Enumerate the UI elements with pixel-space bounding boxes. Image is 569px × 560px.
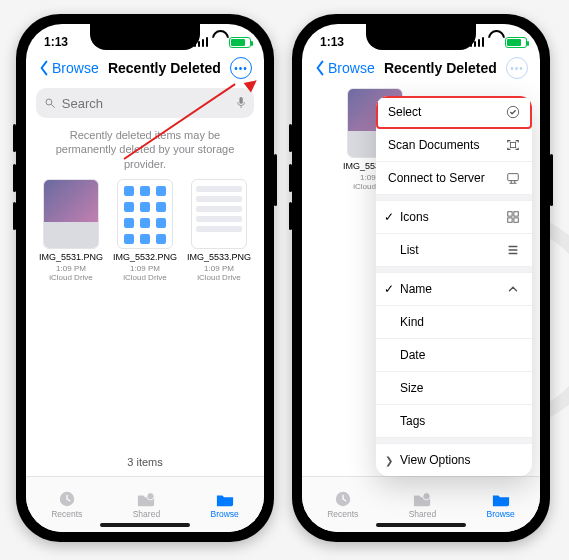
checkmark-icon: ✓ <box>382 282 396 296</box>
wifi-icon <box>212 37 225 47</box>
menu-label: Scan Documents <box>388 138 479 152</box>
menu-label: Tags <box>400 414 425 428</box>
scan-icon <box>506 138 520 152</box>
folder-icon <box>214 490 236 508</box>
chevron-up-icon <box>506 282 520 296</box>
svg-rect-13 <box>514 212 518 216</box>
tab-label: Shared <box>409 509 436 519</box>
item-count: 3 items <box>26 456 264 468</box>
menu-item-view-options[interactable]: ❯ View Options <box>376 444 532 476</box>
tab-label: Recents <box>327 509 358 519</box>
menu-item-icons[interactable]: ✓ Icons <box>376 201 532 234</box>
tab-shared[interactable]: Shared <box>133 490 160 519</box>
chevron-left-icon <box>38 60 50 76</box>
menu-label: Select <box>388 105 421 119</box>
menu-label: View Options <box>400 453 470 467</box>
svg-rect-8 <box>508 174 519 181</box>
grid-icon <box>506 210 520 224</box>
status-indicators: 84 <box>470 37 522 48</box>
mic-icon[interactable] <box>236 96 246 110</box>
tab-browse[interactable]: Browse <box>210 490 238 519</box>
screen-right: 1:13 84 Browse Recently Deleted ••• <box>302 24 540 532</box>
tab-label: Browse <box>486 509 514 519</box>
tab-label: Shared <box>133 509 160 519</box>
page-title: Recently Deleted <box>108 60 221 76</box>
menu-item-scan[interactable]: Scan Documents <box>376 129 532 162</box>
ellipsis-icon: ••• <box>234 63 248 74</box>
home-indicator <box>376 523 466 527</box>
menu-item-select[interactable]: Select <box>376 96 532 129</box>
menu-item-sort-size[interactable]: Size <box>376 372 532 405</box>
file-name: IMG_5531.PNG <box>38 253 104 263</box>
server-icon <box>506 171 520 185</box>
more-menu: Select Scan Documents Connect to Server … <box>376 96 532 476</box>
file-time: 1:09 PM <box>38 264 104 273</box>
file-time: 1:09 PM <box>186 264 252 273</box>
tab-recents[interactable]: Recents <box>51 490 82 519</box>
status-time: 1:13 <box>44 35 68 49</box>
svg-rect-14 <box>508 218 512 222</box>
comparison-stage: 1:13 84 Browse Recently Deleted ••• <box>0 0 569 556</box>
device-frame-right: 1:13 84 Browse Recently Deleted ••• <box>292 14 550 542</box>
menu-label: Name <box>400 282 432 296</box>
tab-browse[interactable]: Browse <box>486 490 514 519</box>
clock-icon <box>332 490 354 508</box>
device-frame-left: 1:13 84 Browse Recently Deleted ••• <box>16 14 274 542</box>
more-button[interactable]: ••• <box>230 57 252 79</box>
tab-label: Browse <box>210 509 238 519</box>
back-button[interactable]: Browse <box>38 60 99 76</box>
tab-recents[interactable]: Recents <box>327 490 358 519</box>
file-time: 1:09 PM <box>112 264 178 273</box>
wifi-icon <box>488 37 501 47</box>
file-thumbnail <box>43 179 99 249</box>
menu-item-sort-date[interactable]: Date <box>376 339 532 372</box>
folder-icon <box>490 490 512 508</box>
list-icon <box>506 243 520 257</box>
shared-folder-icon <box>135 490 157 508</box>
tab-shared[interactable]: Shared <box>409 490 436 519</box>
svg-point-0 <box>46 99 52 105</box>
menu-label: Date <box>400 348 425 362</box>
info-notice: Recently deleted items may be permanentl… <box>26 128 264 179</box>
file-name: IMG_5533.PNG <box>186 253 252 263</box>
checkmark-icon: ✓ <box>382 210 396 224</box>
file-location: iCloud Drive <box>186 273 252 282</box>
svg-rect-7 <box>510 142 515 147</box>
svg-line-1 <box>51 104 54 107</box>
file-location: iCloud Drive <box>38 273 104 282</box>
file-thumbnail <box>117 179 173 249</box>
select-checkmark-circle-icon <box>506 105 520 119</box>
menu-label: Icons <box>400 210 429 224</box>
file-thumbnail <box>191 179 247 249</box>
menu-label: Size <box>400 381 423 395</box>
menu-label: Kind <box>400 315 424 329</box>
tab-label: Recents <box>51 509 82 519</box>
device-notch <box>90 24 200 50</box>
menu-label: Connect to Server <box>388 171 485 185</box>
home-indicator <box>100 523 190 527</box>
device-notch <box>366 24 476 50</box>
menu-item-list[interactable]: List <box>376 234 532 267</box>
file-item[interactable]: IMG_5533.PNG 1:09 PM iCloud Drive <box>186 179 252 282</box>
menu-item-connect[interactable]: Connect to Server <box>376 162 532 195</box>
menu-item-sort-name[interactable]: ✓ Name <box>376 273 532 306</box>
back-label: Browse <box>52 60 99 76</box>
files-grid: IMG_5531.PNG 1:09 PM iCloud Drive IMG_55… <box>26 179 264 282</box>
svg-rect-12 <box>508 212 512 216</box>
svg-rect-2 <box>239 97 242 104</box>
status-indicators: 84 <box>194 37 246 48</box>
battery-percent: 84 <box>509 38 518 47</box>
battery-percent: 84 <box>233 38 242 47</box>
menu-item-sort-tags[interactable]: Tags <box>376 405 532 438</box>
menu-item-sort-kind[interactable]: Kind <box>376 306 532 339</box>
file-item[interactable]: IMG_5532.PNG 1:09 PM iCloud Drive <box>112 179 178 282</box>
svg-rect-15 <box>514 218 518 222</box>
shared-folder-icon <box>411 490 433 508</box>
svg-point-5 <box>147 493 154 500</box>
file-location: iCloud Drive <box>112 273 178 282</box>
screen-left: 1:13 84 Browse Recently Deleted ••• <box>26 24 264 532</box>
menu-label: List <box>400 243 419 257</box>
chevron-right-icon: ❯ <box>382 455 396 466</box>
search-icon <box>44 96 56 110</box>
file-item[interactable]: IMG_5531.PNG 1:09 PM iCloud Drive <box>38 179 104 282</box>
